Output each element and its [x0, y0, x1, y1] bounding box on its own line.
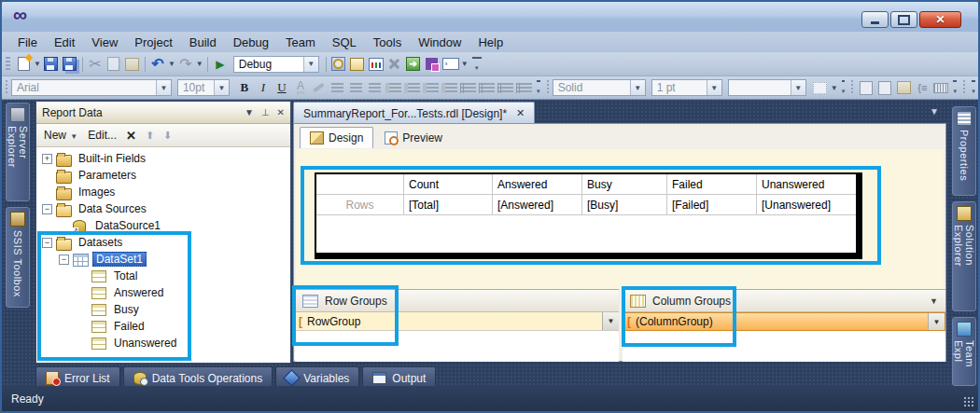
redo-dropdown[interactable]: ▼	[196, 60, 203, 68]
bullet-list-2-button[interactable]	[441, 79, 459, 96]
toolbar-grip[interactable]	[851, 80, 853, 95]
tree-item-images[interactable]: Images	[36, 184, 290, 200]
border-color-combo[interactable]: ▼	[728, 79, 806, 96]
close-button[interactable]: ✕	[919, 11, 961, 28]
save-all-button[interactable]	[61, 56, 79, 73]
menu-debug[interactable]: Debug	[225, 34, 277, 51]
toolbar-grip[interactable]	[6, 57, 10, 72]
minimize-button[interactable]	[861, 11, 889, 28]
report-data-header[interactable]: Report Data ▼ ⊥ ✕	[36, 102, 290, 124]
close-panel-icon[interactable]: ✕	[277, 107, 285, 117]
toolbar-overflow[interactable]: ▾	[972, 80, 975, 95]
bold-button[interactable]: B	[235, 79, 254, 96]
menu-sql[interactable]: SQL	[324, 34, 365, 51]
column-group-item[interactable]: [ (ColumnGroup) ▼	[623, 312, 945, 331]
document-tab[interactable]: SummaryReport_For...Tests.rdl [Design]* …	[293, 102, 535, 124]
toolbar-grip[interactable]	[547, 80, 549, 95]
save-button[interactable]	[42, 56, 61, 73]
indent-2-button[interactable]	[515, 79, 534, 96]
row-group-item[interactable]: [ RowGroup ▼	[295, 312, 619, 331]
solution-config-combo[interactable]: Debug ▼	[233, 56, 319, 73]
numbered-list-button[interactable]	[385, 79, 403, 96]
tree-item-built-in-fields[interactable]: + Built-in Fields	[36, 150, 290, 167]
toolbar-overflow[interactable]: ▾	[537, 80, 540, 95]
report-properties-button[interactable]	[894, 79, 913, 96]
combo-dropdown-icon[interactable]: ▼	[156, 80, 171, 95]
expander-minus-icon[interactable]: −	[59, 255, 69, 265]
border-width-combo[interactable]: 1 pt ▼	[651, 79, 722, 96]
toolbar-grip[interactable]	[6, 80, 7, 95]
tree-item-data-sources[interactable]: − Data Sources	[36, 200, 290, 217]
tree-item-parameters[interactable]: Parameters	[36, 167, 290, 184]
menu-edit[interactable]: Edit	[46, 34, 83, 51]
header-cell[interactable]: Count	[404, 174, 493, 194]
toolbar-overflow[interactable]: ▾	[842, 80, 846, 95]
copy-button[interactable]	[105, 56, 123, 73]
combo-dropdown-icon[interactable]: ▼	[303, 57, 318, 72]
find-in-files-button[interactable]	[329, 56, 348, 73]
extension-manager-button[interactable]	[423, 56, 441, 73]
menu-view[interactable]: View	[83, 34, 126, 51]
align-right-button[interactable]	[366, 79, 385, 96]
header-cell[interactable]: Unanswered	[757, 174, 850, 194]
font-color-button[interactable]: A	[291, 79, 310, 96]
properties-window-button[interactable]	[348, 56, 367, 73]
border-style-combo[interactable]: Solid ▼	[553, 79, 646, 96]
combo-dropdown-icon[interactable]: ▼	[791, 80, 805, 95]
toolbar-overflow[interactable]: ▾	[472, 57, 482, 72]
menu-tools[interactable]: Tools	[365, 34, 410, 51]
new-item-button[interactable]	[14, 56, 33, 73]
tab-server-explorer[interactable]: Server Explorer	[6, 103, 30, 201]
pin-icon[interactable]: ⊥	[261, 107, 270, 117]
combo-dropdown-icon[interactable]: ▼	[630, 80, 645, 95]
undo-dropdown[interactable]: ▼	[168, 60, 175, 68]
grouping-toggle-button[interactable]: {≡	[913, 79, 931, 96]
paste-button[interactable]	[123, 56, 142, 73]
header-cell[interactable]: Busy	[582, 174, 667, 194]
tree-item-field-busy[interactable]: Busy	[36, 301, 290, 318]
outdent-2-button[interactable]	[497, 79, 515, 96]
font-family-combo[interactable]: Arial ▼	[11, 79, 172, 96]
toolbox-button[interactable]	[385, 56, 404, 73]
report-add-page-button[interactable]	[857, 79, 875, 96]
tab-design[interactable]: Design	[300, 127, 373, 148]
menu-project[interactable]: Project	[126, 34, 180, 51]
header-cell[interactable]: Answered	[493, 174, 582, 194]
row-group-dropdown[interactable]: ▼	[602, 312, 619, 330]
expander-plus-icon[interactable]: +	[42, 154, 52, 164]
new-menu-button[interactable]: New ▼	[44, 129, 78, 142]
command-window-button[interactable]: ›	[441, 56, 460, 73]
row-handle-cell[interactable]: Rows	[316, 195, 404, 214]
highlight-button[interactable]	[310, 79, 329, 96]
toolbar-overflow[interactable]: ▾	[953, 80, 957, 95]
report-add-page-2-button[interactable]	[875, 79, 894, 96]
resize-grip[interactable]	[963, 396, 974, 407]
tree-item-datasets[interactable]: − Datasets	[36, 234, 290, 251]
italic-button[interactable]: I	[254, 79, 273, 96]
data-cell[interactable]: [Answered]	[493, 195, 582, 214]
start-debug-button[interactable]: ▶	[211, 56, 230, 73]
tree-item-field-failed[interactable]: Failed	[36, 318, 290, 335]
data-cell[interactable]: [Unanswered]	[757, 195, 850, 214]
menu-help[interactable]: Help	[469, 34, 511, 51]
move-up-button[interactable]: ⬆	[146, 130, 154, 142]
undo-button[interactable]: ↶	[148, 56, 167, 73]
menu-build[interactable]: Build	[181, 34, 225, 51]
window-position-icon[interactable]: ▼	[245, 107, 254, 117]
underline-button[interactable]: U	[273, 79, 291, 96]
expander-minus-icon[interactable]: −	[42, 204, 52, 214]
tab-ssis-toolbox[interactable]: SSIS Toolbox	[6, 207, 30, 308]
tree-item-datasource1[interactable]: DataSource1	[36, 217, 290, 234]
move-down-button[interactable]: ⬇	[163, 130, 172, 142]
font-size-combo[interactable]: 10pt ▼	[177, 79, 230, 96]
menu-window[interactable]: Window	[410, 34, 469, 51]
tab-team-explorer[interactable]: Team Expl	[952, 317, 976, 386]
delete-button[interactable]: ✕	[126, 129, 136, 143]
menu-team[interactable]: Team	[277, 34, 324, 51]
document-list-dropdown-icon[interactable]: ▼	[930, 106, 939, 117]
combo-dropdown-icon[interactable]: ▼	[214, 80, 229, 95]
align-center-button[interactable]	[347, 79, 366, 96]
tab-properties[interactable]: Properties	[952, 106, 976, 196]
tree-item-dataset1[interactable]: − DataSet1	[36, 251, 290, 268]
bullet-list-button[interactable]	[422, 79, 441, 96]
